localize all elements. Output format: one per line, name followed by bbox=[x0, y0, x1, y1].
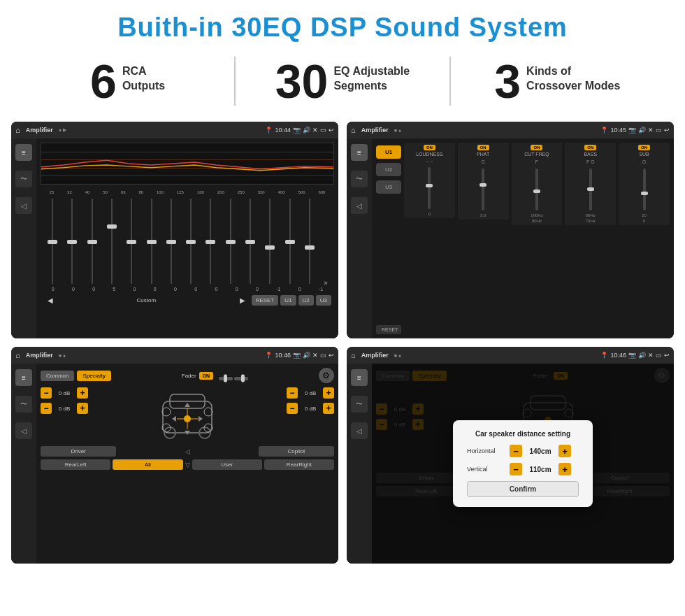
fader-down-arrow[interactable]: ▽ bbox=[185, 461, 190, 468]
dialog-vertical-row: Vertical − 110cm + bbox=[467, 463, 579, 475]
fader-plus-1[interactable]: + bbox=[77, 387, 88, 399]
fader-plus-4[interactable]: + bbox=[323, 403, 334, 414]
eq-reset-button[interactable]: RESET bbox=[252, 295, 279, 306]
location-icon-3: 📍 bbox=[265, 352, 273, 359]
back-icon-3[interactable]: ↩ bbox=[329, 352, 334, 359]
fader-all-btn[interactable]: All bbox=[113, 459, 182, 470]
home-icon-2[interactable]: ⌂ bbox=[351, 126, 356, 134]
eq-icon-2[interactable]: ≡ bbox=[351, 144, 368, 161]
wave-icon-3[interactable]: 〜 bbox=[15, 396, 32, 413]
eq-u3-button[interactable]: U3 bbox=[316, 295, 331, 306]
dsp-sub-slider[interactable] bbox=[643, 169, 646, 210]
home-icon[interactable]: ⌂ bbox=[15, 126, 20, 134]
fader-db-left: − 0 dB + − 0 dB + bbox=[41, 387, 88, 414]
speaker-icon-2[interactable]: ◁ bbox=[351, 197, 368, 214]
dsp-channel-cutfreq: ON CUT FREQ F 100Hz 80Hz bbox=[512, 143, 563, 225]
fader-rearleft-btn[interactable]: RearLeft bbox=[41, 459, 110, 470]
dialog-title: Car speaker distance setting bbox=[467, 430, 579, 438]
fader-driver-btn[interactable]: Driver bbox=[41, 446, 116, 457]
dialog-horizontal-plus[interactable]: + bbox=[558, 445, 571, 457]
eq-prev-button[interactable]: ◀ bbox=[43, 294, 57, 306]
dsp-sub-on[interactable]: ON bbox=[638, 145, 650, 150]
wave-icon-4[interactable]: 〜 bbox=[351, 396, 368, 413]
eq-u2-button[interactable]: U2 bbox=[298, 295, 314, 306]
dsp-u1-button[interactable]: U1 bbox=[376, 145, 401, 159]
eq-icon[interactable]: ≡ bbox=[15, 144, 32, 161]
close-icon[interactable]: ✕ bbox=[312, 127, 318, 134]
fader-minus-2[interactable]: − bbox=[41, 403, 52, 414]
dialog-vertical-plus[interactable]: + bbox=[558, 463, 571, 475]
home-icon-3[interactable]: ⌂ bbox=[15, 351, 20, 359]
dsp-bass-freq2: 70Hz bbox=[586, 219, 596, 223]
screen4-content: Common Specialty Fader ON ⚙ − 0 dB + bbox=[372, 364, 674, 564]
fader-rearright-btn[interactable]: RearRight bbox=[264, 459, 334, 470]
dsp-cutfreq-on[interactable]: ON bbox=[531, 145, 542, 150]
fader-plus-3[interactable]: + bbox=[323, 387, 334, 399]
screen2-inner: ≡ 〜 ◁ U1 U2 U3 RESET bbox=[347, 138, 674, 338]
camera-icon-3: 📷 bbox=[293, 352, 301, 359]
fader-minus-1[interactable]: − bbox=[41, 387, 52, 399]
eq-slider-14[interactable] bbox=[301, 196, 319, 287]
eq-slider-7[interactable] bbox=[162, 196, 180, 287]
eq-slider-3[interactable] bbox=[83, 196, 101, 287]
home-icon-4[interactable]: ⌂ bbox=[351, 351, 356, 359]
dsp-cutfreq-slider[interactable] bbox=[535, 169, 538, 210]
eq-slider-13[interactable] bbox=[280, 196, 298, 287]
fader-minus-3[interactable]: − bbox=[287, 387, 298, 399]
dialog-horizontal-label: Horizontal bbox=[467, 447, 505, 454]
expand-icon[interactable]: » bbox=[320, 279, 331, 287]
dsp-u2-button[interactable]: U2 bbox=[376, 163, 401, 176]
back-icon[interactable]: ↩ bbox=[329, 127, 334, 134]
screen3-content: Common Specialty Fader ON ⚙ bbox=[36, 364, 338, 564]
dialog-vertical-minus[interactable]: − bbox=[510, 463, 522, 475]
back-icon-4[interactable]: ↩ bbox=[664, 352, 670, 359]
settings-icon[interactable]: ⚙ bbox=[319, 368, 334, 383]
eq-slider-11[interactable] bbox=[241, 196, 259, 287]
fader-plus-2[interactable]: + bbox=[77, 403, 88, 414]
fader-left-arrow[interactable]: ◁ bbox=[185, 448, 190, 455]
dialog-horizontal-minus[interactable]: − bbox=[510, 445, 522, 457]
dsp-phat-on[interactable]: ON bbox=[477, 145, 489, 150]
dsp-u3-button[interactable]: U3 bbox=[376, 180, 401, 194]
speaker-icon-3[interactable]: ◁ bbox=[15, 422, 32, 439]
eq-u1-button[interactable]: U1 bbox=[280, 295, 296, 306]
screen2-title: Amplifier bbox=[361, 127, 389, 134]
eq-next-button[interactable]: ▶ bbox=[236, 294, 250, 306]
eq-slider-10[interactable] bbox=[222, 196, 240, 287]
close-icon-4[interactable]: ✕ bbox=[648, 352, 654, 359]
eq-icon-3[interactable]: ≡ bbox=[15, 369, 32, 386]
close-icon-3[interactable]: ✕ bbox=[312, 352, 318, 359]
eq-slider-6[interactable] bbox=[142, 196, 160, 287]
eq-slider-12[interactable] bbox=[261, 196, 279, 287]
dsp-phat-slider[interactable] bbox=[482, 169, 484, 210]
eq-slider-9[interactable] bbox=[201, 196, 219, 287]
eq-slider-5[interactable] bbox=[122, 196, 140, 287]
fader-tab-common[interactable]: Common bbox=[41, 371, 74, 381]
eq-slider-8[interactable] bbox=[182, 196, 200, 287]
dsp-channel-loudness: ON LOUDNESS ~ ~ 0 bbox=[404, 143, 455, 218]
dsp-loudness-slider[interactable] bbox=[428, 167, 431, 209]
eq-slider-2[interactable] bbox=[63, 196, 81, 287]
dsp-bass-slider[interactable] bbox=[589, 169, 592, 210]
dialog-confirm-button[interactable]: Confirm bbox=[467, 481, 579, 497]
fader-user-btn[interactable]: User bbox=[192, 459, 262, 470]
fader-on-badge[interactable]: ON bbox=[199, 372, 214, 380]
wave-icon[interactable]: 〜 bbox=[15, 171, 32, 187]
window-icon-3: ▭ bbox=[320, 352, 326, 359]
speaker-icon-4[interactable]: ◁ bbox=[351, 422, 368, 439]
fader-minus-4[interactable]: − bbox=[287, 403, 298, 414]
dsp-bass-on[interactable]: ON bbox=[584, 145, 596, 150]
close-icon-2[interactable]: ✕ bbox=[648, 127, 654, 134]
eq-slider-1[interactable] bbox=[43, 196, 62, 287]
back-icon-2[interactable]: ↩ bbox=[664, 127, 670, 134]
fader-copilot-btn[interactable]: Copilot bbox=[259, 446, 334, 457]
speaker-icon[interactable]: ◁ bbox=[15, 197, 32, 214]
eq-icon-4[interactable]: ≡ bbox=[351, 369, 368, 386]
fader-tab-specialty[interactable]: Specialty bbox=[77, 371, 110, 381]
stats-row: 6 RCA Outputs 30 EQ Adjustable Segments … bbox=[0, 50, 685, 116]
eq-slider-4[interactable] bbox=[103, 196, 121, 287]
eq-sliders: » bbox=[41, 196, 334, 287]
wave-icon-2[interactable]: 〜 bbox=[351, 171, 368, 187]
dsp-loudness-on[interactable]: ON bbox=[424, 145, 435, 150]
dsp-reset-button[interactable]: RESET bbox=[376, 325, 401, 334]
